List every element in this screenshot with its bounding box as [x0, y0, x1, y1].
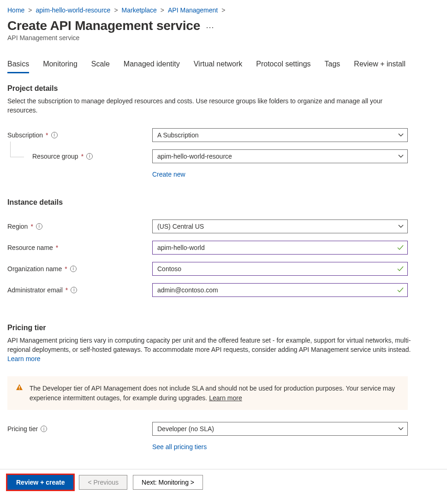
- chevron-down-icon: [398, 133, 404, 137]
- more-actions-icon[interactable]: ⋯: [206, 19, 214, 32]
- breadcrumb-resource[interactable]: apim-hello-world-resource: [36, 6, 111, 14]
- admin-email-input[interactable]: admin@contoso.com: [152, 283, 408, 297]
- breadcrumb: Home > apim-hello-world-resource > Marke…: [7, 5, 440, 18]
- page-subtitle: API Management service: [7, 34, 440, 42]
- subscription-value: A Subscription: [157, 131, 199, 139]
- tab-protocol-settings[interactable]: Protocol settings: [256, 60, 310, 73]
- breadcrumb-api-management[interactable]: API Management: [168, 6, 218, 14]
- svg-rect-0: [19, 386, 20, 388]
- chevron-down-icon: [398, 427, 404, 431]
- resource-group-label: Resource group: [32, 153, 78, 160]
- breadcrumb-sep: >: [114, 6, 118, 14]
- svg-rect-1: [19, 389, 20, 390]
- resource-name-value: apim-hello-world: [157, 244, 205, 251]
- pricing-tier-heading: Pricing tier: [7, 324, 440, 332]
- org-name-input[interactable]: Contoso: [152, 262, 408, 276]
- previous-button[interactable]: < Previous: [79, 475, 127, 490]
- project-details-heading: Project details: [7, 84, 440, 93]
- tab-scale[interactable]: Scale: [91, 60, 110, 73]
- org-name-value: Contoso: [157, 265, 181, 273]
- pricing-learn-more-link[interactable]: Learn more: [7, 355, 41, 362]
- chevron-down-icon: [398, 154, 404, 158]
- checkmark-icon: [397, 266, 404, 272]
- page-title: Create API Management service: [7, 18, 200, 33]
- tab-tags[interactable]: Tags: [325, 60, 340, 73]
- tab-basics[interactable]: Basics: [7, 60, 29, 73]
- info-icon[interactable]: i: [51, 132, 58, 138]
- tab-monitoring[interactable]: Monitoring: [43, 60, 77, 73]
- resource-group-dropdown[interactable]: apim-hello-world-resource: [152, 149, 408, 163]
- region-dropdown[interactable]: (US) Central US: [152, 219, 408, 233]
- subscription-label: Subscription: [7, 131, 43, 139]
- chevron-down-icon: [398, 225, 404, 228]
- info-icon[interactable]: i: [71, 287, 77, 293]
- breadcrumb-sep: >: [28, 6, 32, 14]
- pricing-tier-dropdown[interactable]: Developer (no SLA): [152, 422, 408, 436]
- tree-line: [10, 142, 24, 157]
- next-button[interactable]: Next: Monitoring >: [133, 475, 203, 490]
- warning-icon: [16, 384, 23, 393]
- checkmark-icon: [397, 245, 404, 250]
- pricing-tier-value: Developer (no SLA): [157, 425, 214, 433]
- info-icon[interactable]: i: [36, 223, 42, 230]
- info-icon[interactable]: i: [70, 266, 77, 272]
- breadcrumb-home[interactable]: Home: [7, 6, 24, 14]
- breadcrumb-marketplace[interactable]: Marketplace: [122, 6, 157, 14]
- warning-learn-more-link[interactable]: Learn more: [209, 394, 242, 402]
- warning-box: The Developer tier of API Management doe…: [7, 376, 408, 410]
- tab-review-install[interactable]: Review + install: [354, 60, 405, 73]
- admin-email-label: Administrator email: [7, 286, 63, 294]
- required-asterisk: *: [46, 131, 48, 139]
- project-details-desc: Select the subscription to manage deploy…: [7, 96, 413, 115]
- pricing-tier-desc: API Management pricing tiers vary in com…: [7, 336, 413, 364]
- required-asterisk: *: [30, 223, 33, 230]
- breadcrumb-sep: >: [161, 6, 164, 14]
- required-asterisk: *: [66, 286, 68, 294]
- tab-virtual-network[interactable]: Virtual network: [194, 60, 243, 73]
- required-asterisk: *: [65, 265, 67, 273]
- resource-name-input[interactable]: apim-hello-world: [152, 241, 408, 255]
- resource-group-value: apim-hello-world-resource: [157, 153, 232, 160]
- subscription-dropdown[interactable]: A Subscription: [152, 128, 408, 142]
- region-value: (US) Central US: [157, 223, 204, 230]
- resource-name-label: Resource name: [7, 244, 53, 251]
- create-new-link[interactable]: Create new: [152, 171, 185, 178]
- tab-managed-identity[interactable]: Managed identity: [124, 60, 180, 73]
- org-name-label: Organization name: [7, 265, 62, 273]
- required-asterisk: *: [56, 244, 58, 251]
- tabs: Basics Monitoring Scale Managed identity…: [7, 60, 440, 73]
- pricing-tier-label: Pricing tier: [7, 425, 38, 433]
- info-icon[interactable]: i: [86, 153, 93, 160]
- see-all-pricing-link[interactable]: See all pricing tiers: [152, 443, 207, 451]
- instance-details-heading: Instance details: [7, 198, 440, 207]
- region-label: Region: [7, 223, 28, 230]
- breadcrumb-sep: >: [221, 6, 225, 14]
- footer-buttons: Review + create < Previous Next: Monitor…: [7, 475, 440, 495]
- admin-email-value: admin@contoso.com: [157, 286, 218, 294]
- required-asterisk: *: [81, 153, 83, 160]
- review-create-button[interactable]: Review + create: [7, 475, 73, 490]
- checkmark-icon: [397, 287, 404, 293]
- info-icon[interactable]: i: [41, 426, 47, 432]
- footer-separator: [0, 469, 447, 469]
